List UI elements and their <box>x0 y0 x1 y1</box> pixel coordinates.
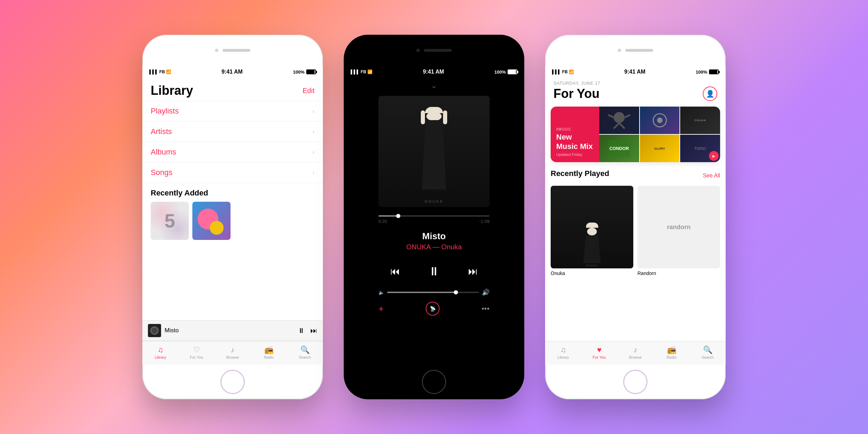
chevron-right-icon: › <box>312 108 315 115</box>
artist-figure: ONUKA <box>378 96 490 207</box>
volume-fill <box>387 292 456 293</box>
svg-line-1 <box>614 123 619 128</box>
tab3-search[interactable]: 🔍 Search <box>690 345 726 359</box>
mix-name: New Music Mix <box>556 133 594 151</box>
track-artist: ONUKA — Onuka <box>406 243 462 251</box>
phone-foryou: ▌▌▌ FB 📶 9:41 AM 100% SATURDAY, JUNE 17 … <box>545 35 726 399</box>
mix-thumb-4: CONDOR <box>599 135 639 162</box>
album-art-2 <box>192 202 231 240</box>
mix-thumb-2 <box>640 107 680 134</box>
pause-button[interactable]: ⏸ <box>424 261 444 282</box>
status-icons-3: 100% <box>696 69 719 75</box>
status-time-2: 9:41 AM <box>423 69 444 75</box>
artists-label: Artists <box>151 127 172 136</box>
tab3-for-you[interactable]: ♥ For You <box>581 345 617 359</box>
play-overlay[interactable]: ▶ <box>709 151 719 161</box>
svg-line-2 <box>619 123 625 128</box>
played-item-onuka[interactable]: ONUKA Onuka <box>551 186 633 276</box>
progress-section: 0:20 -1:09 <box>378 215 490 224</box>
tab3-library-label: Library <box>557 355 569 359</box>
player-screen: ▌▌▌ FB 📶 9:41 AM 100% ⌄ <box>344 66 524 365</box>
foryou-content: SATURDAY, JUNE 17 For You 👤 #MUSIC New M… <box>545 78 726 365</box>
volume-bar[interactable] <box>387 292 479 293</box>
battery-icon-3 <box>709 69 719 74</box>
mini-player[interactable]: Misto ⏸ ⏭ <box>142 320 323 341</box>
track-info: Misto ONUKA — Onuka <box>406 231 462 251</box>
fast-forward-button[interactable]: ⏭ <box>468 266 478 277</box>
tab-search[interactable]: 🔍 Search <box>287 345 323 359</box>
tab-browse-label: Browse <box>226 355 239 359</box>
head <box>426 112 442 121</box>
signal-indicator-2: ▌▌▌ FB 📶 <box>351 69 373 74</box>
tab3-browse[interactable]: ♪ Browse <box>617 345 653 359</box>
home-button[interactable] <box>220 370 245 394</box>
player-actions: + 📡 ••• <box>378 302 490 316</box>
menu-item-playlists[interactable]: Playlists › <box>142 101 323 122</box>
add-to-library-button[interactable]: + <box>378 303 384 314</box>
edit-button[interactable]: Edit <box>303 87 315 95</box>
mini-pause-button[interactable]: ⏸ <box>298 327 305 335</box>
battery-percent-3: 100% <box>696 69 707 75</box>
tab3-browse-label: Browse <box>629 355 642 359</box>
phone-speaker <box>223 49 250 52</box>
tab-for-you[interactable]: ♡ For You <box>178 345 215 359</box>
small-hair <box>586 223 598 228</box>
tab-bar-3: ♫ Library ♥ For You ♪ Browse 📻 Radio 🔍 <box>545 341 726 365</box>
album-thumb-1[interactable]: 5 <box>151 202 189 240</box>
phone-top-hardware <box>142 35 323 66</box>
phone-player: ▌▌▌ FB 📶 9:41 AM 100% ⌄ <box>344 35 524 399</box>
onuka-album-art: ONUKA <box>551 186 633 268</box>
tab3-radio[interactable]: 📻 Radio <box>653 345 690 359</box>
dress <box>422 120 446 190</box>
front-camera-2 <box>416 49 420 52</box>
tab3-library[interactable]: ♫ Library <box>545 345 581 359</box>
albums-label: Albums <box>151 148 176 157</box>
recently-played-title: Recently Played <box>551 169 609 178</box>
album-thumb-2[interactable] <box>192 202 231 240</box>
menu-item-artists[interactable]: Artists › <box>142 122 323 142</box>
randorn-art-text: randorn <box>667 224 691 231</box>
mix-thumb-3: ONUKA <box>680 107 720 134</box>
collapse-handle[interactable]: ⌄ <box>431 81 437 90</box>
tab-library[interactable]: ♫ Library <box>142 345 178 359</box>
spacer <box>545 279 726 341</box>
menu-item-songs[interactable]: Songs › <box>142 162 323 183</box>
played-title-randorn: Randorn <box>637 270 720 276</box>
mix-thumb-5: GLORY <box>640 135 680 162</box>
status-time-3: 9:41 AM <box>624 69 645 75</box>
tab-radio-label: Radio <box>264 355 274 359</box>
rewind-button[interactable]: ⏮ <box>390 266 400 277</box>
tab-browse[interactable]: ♪ Browse <box>215 345 251 359</box>
tab-radio[interactable]: 📻 Radio <box>251 345 287 359</box>
status-bar-dark: ▌▌▌ FB 📶 9:41 AM 100% <box>344 66 524 78</box>
search-icon: 🔍 <box>300 345 310 354</box>
svg-text:GLORY: GLORY <box>654 147 665 150</box>
recently-played-section: Recently Played See All ONUKA <box>545 165 726 279</box>
home-button-3[interactable] <box>623 370 648 394</box>
wifi-icon-2: 📶 <box>367 69 373 74</box>
see-all-button[interactable]: See All <box>703 173 720 179</box>
playback-controls: ⏮ ⏸ ⏭ <box>378 261 490 282</box>
menu-item-albums[interactable]: Albums › <box>142 142 323 162</box>
played-item-randorn[interactable]: randorn Randorn <box>637 186 720 276</box>
volume-section: 🔈 🔊 <box>378 289 490 296</box>
thumb-art-2 <box>640 107 680 134</box>
search-icon-3: 🔍 <box>703 345 712 354</box>
battery-percent: 100% <box>293 69 304 75</box>
foryou-page-title: For You <box>553 86 600 101</box>
more-options-button[interactable]: ••• <box>482 304 490 313</box>
new-music-mix-card[interactable]: #MUSIC New Music Mix Updated Friday <box>551 107 720 162</box>
mix-card-inner: #MUSIC New Music Mix Updated Friday <box>551 107 720 162</box>
battery-icon-2 <box>508 69 517 74</box>
airplay-button[interactable]: 📡 <box>426 302 440 316</box>
mini-forward-button[interactable]: ⏭ <box>310 327 317 335</box>
user-avatar[interactable]: 👤 <box>703 86 717 101</box>
volume-low-icon: 🔈 <box>378 290 384 295</box>
foryou-header: SATURDAY, JUNE 17 For You 👤 <box>545 78 726 104</box>
signal-indicator-3: ▌▌▌ FB 📶 <box>552 69 574 74</box>
status-bar: ▌▌▌ FB 📶 9:41 AM 100% <box>142 66 323 78</box>
played-title-onuka: Onuka <box>551 270 633 276</box>
progress-bar[interactable] <box>378 215 490 217</box>
home-button-2[interactable] <box>422 370 446 394</box>
mix-updated: Updated Friday <box>556 152 594 157</box>
